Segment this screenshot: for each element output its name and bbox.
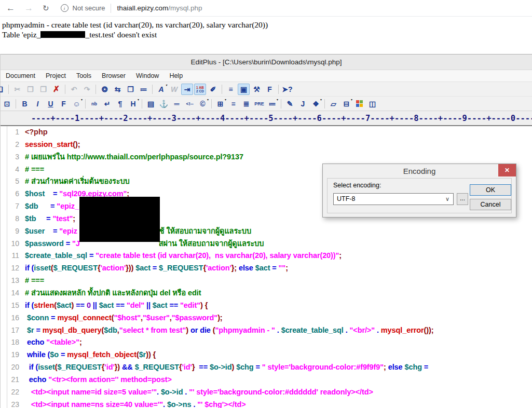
code-text: <td><input name=ns size=40 value='". $o-… (25, 399, 246, 408)
code-line: 14# ส่วนแสดงผลหลัก ทั้งปกติ และหลังกดปุ่… (1, 287, 532, 300)
menu-item-tools[interactable]: Tools (71, 70, 97, 81)
info-icon[interactable]: i (61, 4, 69, 12)
code-text: # เผยแพร่ใน http://www.thaiall.com/perlp… (25, 151, 243, 164)
dropdown-arrow-icon[interactable]: ▾ (81, 98, 83, 101)
align-center-icon[interactable]: ≡ (227, 98, 239, 110)
redaction-box (40, 31, 85, 38)
menu-item-document[interactable]: Document (1, 70, 40, 81)
code-line: 22 <td><input name=id size=5 value='". $… (1, 386, 532, 399)
dropdown-arrow-icon[interactable]: ▾ (277, 98, 278, 101)
word-wrap-icon[interactable]: W (168, 84, 180, 95)
anchor-icon[interactable]: ⚓ (158, 98, 170, 110)
code-text: # === (25, 164, 44, 176)
nbsp-icon[interactable]: nb (88, 98, 100, 110)
dropdown-arrow-icon[interactable]: ▾ (138, 98, 139, 101)
toolbar-separator (65, 85, 65, 94)
toolbar-separator (142, 99, 142, 108)
menu-item-window[interactable]: Window (131, 70, 164, 81)
heading-icon[interactable]: H▾ (127, 98, 139, 110)
code-text: $create_table_sql = "create table test (… (25, 250, 342, 262)
goto-line-icon[interactable]: ≔ (138, 84, 149, 95)
menu-item-help[interactable]: Help (164, 70, 188, 81)
cut-icon[interactable]: ✂ (11, 84, 23, 95)
encoding-value: UTF-8 (337, 195, 355, 202)
special-char-icon[interactable]: ©▾ (197, 98, 209, 110)
toolbar-separator (85, 99, 86, 108)
directory-window-icon[interactable]: ▣ (238, 84, 250, 95)
cancel-button[interactable]: Cancel (470, 199, 511, 210)
redo-icon[interactable]: ↷ (81, 84, 93, 95)
line-number: 3 (1, 151, 23, 164)
select-encoding-label: Select encoding: (333, 182, 381, 189)
hr-icon[interactable]: ═ (171, 98, 183, 110)
paste-icon[interactable]: ❒ (37, 84, 49, 95)
code-text: echo "<tr><form action='' method=post> (25, 374, 172, 386)
align-right-icon[interactable]: ≣ (240, 98, 252, 110)
browser-preview-icon[interactable]: ⊡ (1, 98, 13, 110)
dropdown-arrow-icon[interactable]: ▾ (351, 98, 352, 101)
table-icon[interactable]: ⊞▾ (214, 98, 226, 110)
browse-button[interactable]: ... (457, 193, 468, 205)
syntax-highlight-icon[interactable]: ✐ (207, 84, 219, 95)
ok-button[interactable]: OK (470, 184, 511, 196)
frame-icon[interactable]: ⊟▾ (340, 98, 352, 110)
emoticon-icon[interactable]: ☺▾ (71, 98, 83, 110)
image-icon[interactable]: ▤ (145, 98, 157, 110)
underline-icon[interactable]: U (45, 98, 57, 110)
document-list-icon[interactable]: ≡ (225, 84, 237, 95)
security-label[interactable]: Not secure (73, 4, 105, 12)
context-help-icon[interactable]: ➤? (281, 84, 293, 95)
script-icon[interactable]: ✎ (284, 98, 296, 110)
list-icon[interactable]: ≔▾ (266, 98, 278, 110)
back-icon[interactable]: ← (6, 4, 15, 12)
line-number: 10 (1, 238, 23, 250)
code-text: $conn = mysql_connect("$host","$user","$… (25, 312, 223, 324)
dropdown-arrow-icon[interactable]: ▾ (320, 98, 322, 101)
find-in-files-icon[interactable]: ❐ (125, 84, 137, 95)
function-list-icon[interactable]: F (264, 84, 276, 95)
folder-icon[interactable]: ▱ (328, 98, 339, 110)
code-text: echo "<table>"; (25, 336, 82, 349)
url-path[interactable]: /mysql.php (168, 4, 202, 12)
undo-icon[interactable]: ↶ (68, 84, 80, 95)
line-number: 15 (1, 300, 23, 312)
code-text: # === (25, 275, 44, 287)
view-in-browser-icon[interactable] (353, 98, 365, 110)
delete-icon[interactable]: ✗ (50, 84, 62, 95)
dropdown-arrow-icon[interactable]: ▾ (207, 98, 209, 101)
menu-item-browser[interactable]: Browser (97, 70, 131, 81)
menu-item-project[interactable]: Project (40, 70, 71, 81)
forward-icon[interactable]: → (24, 4, 33, 12)
pre-icon[interactable]: PRE (253, 98, 265, 110)
line-numbers-icon[interactable]: 1 AB 2 CD (194, 84, 206, 95)
line-break-icon[interactable]: ↵ (101, 98, 113, 110)
object-icon[interactable]: ❖▾ (310, 98, 322, 110)
auto-indent-icon[interactable]: ⇥ (181, 84, 193, 95)
copy-icon[interactable]: ❐ (24, 84, 36, 95)
dialog-title: Encoding (323, 164, 516, 178)
comment-icon[interactable]: <!-- (184, 98, 196, 110)
bold-icon[interactable]: B (19, 98, 31, 110)
page-output-line2: Table 'epiz__test.test' doesn't exist (2, 30, 526, 39)
encoding-combobox[interactable]: UTF-8 ∨ (333, 193, 454, 205)
code-line: 3# เผยแพร่ใน http://www.thaiall.com/perl… (1, 151, 532, 164)
chevron-down-icon[interactable]: ∨ (445, 194, 449, 205)
dropdown-arrow-icon[interactable]: ▾ (225, 98, 226, 101)
replace-icon[interactable]: ⇆ (112, 84, 124, 95)
javascript-icon[interactable]: J (297, 98, 309, 110)
new-file-icon[interactable]: ❏ (0, 84, 6, 95)
dropdown-arrow-icon[interactable]: ▾ (166, 83, 167, 87)
find-icon[interactable]: ❂ (99, 84, 111, 95)
dialog-body: Select encoding: UTF-8 ∨ ... OK Cancel (327, 178, 512, 213)
user-tools-icon[interactable]: ⚒ (251, 84, 263, 95)
close-icon[interactable]: ✕ (498, 164, 516, 176)
split-window-icon[interactable]: ◫ (366, 98, 378, 110)
italic-icon[interactable]: I (32, 98, 44, 110)
code-line: 16 $conn = mysql_connect("$host","$user"… (1, 312, 532, 324)
line-number: 8 (1, 213, 23, 225)
font-size-icon[interactable]: F (58, 98, 70, 110)
url-host[interactable]: thaiall.epizy.com (117, 4, 168, 12)
reload-icon[interactable]: ↻ (43, 4, 49, 12)
paragraph-icon[interactable]: ¶ (114, 98, 126, 110)
font-icon[interactable]: A▾ (155, 84, 167, 95)
